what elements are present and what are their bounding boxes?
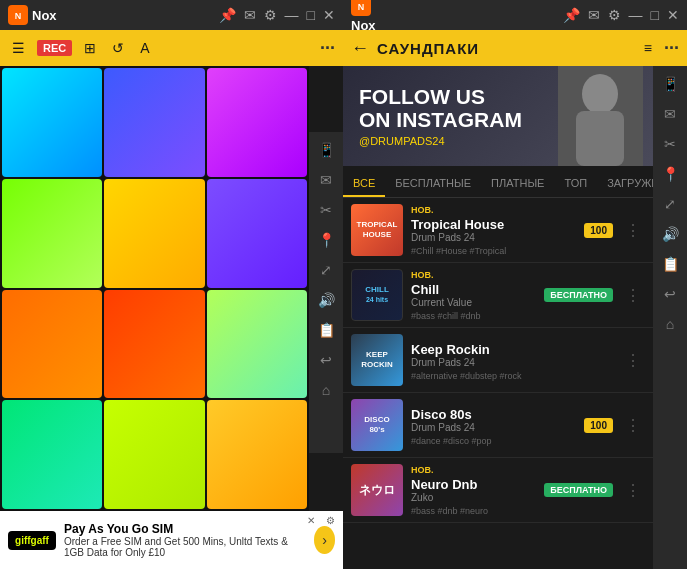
pack-tags-chill: #bass #chill #dnb bbox=[411, 311, 536, 321]
pin-icon[interactable]: 📌 bbox=[219, 7, 236, 23]
home-icon[interactable]: ⌂ bbox=[312, 376, 340, 404]
right-phone-icon[interactable]: 📱 bbox=[656, 70, 684, 98]
mail-sidebar-icon[interactable]: ✉ bbox=[312, 166, 340, 194]
right-titlebar: N Nox 📌 ✉ ⚙ — □ ✕ bbox=[343, 0, 687, 30]
pack-tags-tropical: #Chill #House #Tropical bbox=[411, 246, 576, 256]
notes-icon[interactable]: 📋 bbox=[312, 316, 340, 344]
instagram-line2: ON INSTAGRAM bbox=[359, 108, 522, 131]
svg-point-5 bbox=[582, 74, 618, 114]
right-toolbar: ← САУНДПАКИ ≡ ··· bbox=[343, 30, 687, 66]
svg-text:N: N bbox=[358, 2, 365, 12]
pad-3[interactable] bbox=[207, 68, 307, 177]
grid-icon[interactable]: ⊞ bbox=[80, 38, 100, 58]
menu-icon[interactable]: ☰ bbox=[8, 38, 29, 58]
tab-free[interactable]: БЕСПЛАТНЫЕ bbox=[385, 171, 481, 197]
pad-8[interactable] bbox=[104, 290, 204, 399]
right-menu-icon[interactable]: ≡ bbox=[640, 38, 656, 58]
tab-all[interactable]: ВСЕ bbox=[343, 171, 385, 197]
pad-4[interactable] bbox=[2, 179, 102, 288]
pack-info-keep: Keep Rockin Drum Pads 24 #alternative #d… bbox=[411, 340, 613, 381]
right-close-icon[interactable]: ✕ bbox=[667, 7, 679, 23]
left-titlebar-icons: 📌 ✉ ⚙ — □ ✕ bbox=[219, 7, 335, 23]
ad-arrow-button[interactable]: › bbox=[314, 526, 335, 554]
back-icon[interactable]: ↩ bbox=[312, 346, 340, 374]
pack-item-keep[interactable]: KEEPROCKIN Keep Rockin Drum Pads 24 #alt… bbox=[343, 328, 653, 393]
right-sidebar: 📱 ✉ ✂ 📍 ⤢ 🔊 📋 ↩ ⌂ bbox=[653, 66, 687, 569]
pack-info-tropical: НОВ. Tropical House Drum Pads 24 #Chill … bbox=[411, 205, 576, 256]
pad-9[interactable] bbox=[207, 290, 307, 399]
right-scissors-icon[interactable]: ✂ bbox=[656, 130, 684, 158]
right-home-icon[interactable]: ⌂ bbox=[656, 310, 684, 338]
ad-banner: ✕ ⚙ giffgaff Pay As You Go SIM Order a F… bbox=[0, 511, 343, 569]
pad-12[interactable] bbox=[207, 400, 307, 509]
pack-thumb-tropical: TROPICALHOUSE bbox=[351, 204, 403, 256]
pack-item-disco[interactable]: DISCO80's Disco 80s Drum Pads 24 #dance … bbox=[343, 393, 653, 458]
pad-5[interactable] bbox=[104, 179, 204, 288]
right-back-sidebar-icon[interactable]: ↩ bbox=[656, 280, 684, 308]
right-content: FOLLOW US ON INSTAGRAM @DRUMPADS24 ВСЕ bbox=[343, 66, 653, 569]
minimize-icon[interactable]: — bbox=[285, 7, 299, 23]
left-app-title: Nox bbox=[32, 8, 57, 23]
location-icon[interactable]: 📍 bbox=[312, 226, 340, 254]
pad-10[interactable] bbox=[2, 400, 102, 509]
pack-more-chill[interactable]: ⋮ bbox=[621, 282, 645, 309]
pack-tags-disco: #dance #disco #pop bbox=[411, 436, 576, 446]
right-location-icon[interactable]: 📍 bbox=[656, 160, 684, 188]
pack-badge-neuro: НОВ. bbox=[411, 465, 536, 475]
tab-paid[interactable]: ПЛАТНЫЕ bbox=[481, 171, 554, 197]
right-more-icon[interactable]: ··· bbox=[664, 38, 679, 59]
pack-item-neuro[interactable]: ネウロ НОВ. Neuro Dnb Zuko #bass #dnb #neur… bbox=[343, 458, 653, 523]
volume-icon[interactable]: 🔊 bbox=[312, 286, 340, 314]
pack-author-keep: Drum Pads 24 bbox=[411, 357, 613, 368]
right-volume-icon[interactable]: 🔊 bbox=[656, 220, 684, 248]
pad-6[interactable] bbox=[207, 179, 307, 288]
svg-text:N: N bbox=[15, 11, 22, 21]
instagram-text: FOLLOW US ON INSTAGRAM @DRUMPADS24 bbox=[359, 85, 522, 147]
left-toolbar: ☰ REC ⊞ ↺ A ··· bbox=[0, 30, 343, 66]
right-expand-icon[interactable]: ⤢ bbox=[656, 190, 684, 218]
right-notes-icon[interactable]: 📋 bbox=[656, 250, 684, 278]
pack-more-neuro[interactable]: ⋮ bbox=[621, 477, 645, 504]
close-icon[interactable]: ✕ bbox=[323, 7, 335, 23]
tab-top[interactable]: ТОП bbox=[554, 171, 597, 197]
maximize-icon[interactable]: □ bbox=[307, 7, 315, 23]
pack-more-keep[interactable]: ⋮ bbox=[621, 347, 645, 374]
ad-close-icon[interactable]: ✕ bbox=[307, 515, 315, 526]
pack-more-tropical[interactable]: ⋮ bbox=[621, 217, 645, 244]
pack-more-disco[interactable]: ⋮ bbox=[621, 412, 645, 439]
right-maximize-icon[interactable]: □ bbox=[651, 7, 659, 23]
phone-icon[interactable]: 📱 bbox=[312, 136, 340, 164]
right-mail-icon[interactable]: ✉ bbox=[588, 7, 600, 23]
settings-icon[interactable]: ⚙ bbox=[264, 7, 277, 23]
pack-name-keep: Keep Rockin bbox=[411, 342, 613, 357]
mail-icon[interactable]: ✉ bbox=[244, 7, 256, 23]
right-panel: N Nox 📌 ✉ ⚙ — □ ✕ ← САУНДПАКИ ≡ ··· FOLL… bbox=[343, 0, 687, 569]
pack-name-tropical: Tropical House bbox=[411, 217, 576, 232]
font-icon[interactable]: A bbox=[136, 38, 153, 58]
right-pin-icon[interactable]: 📌 bbox=[563, 7, 580, 23]
pad-2[interactable] bbox=[104, 68, 204, 177]
ad-settings-icon[interactable]: ⚙ bbox=[326, 515, 335, 526]
scissors-icon[interactable]: ✂ bbox=[312, 196, 340, 224]
pack-badge-tropical: НОВ. bbox=[411, 205, 576, 215]
tab-uploaded[interactable]: ЗАГРУЖЕННЫЕ bbox=[597, 171, 653, 197]
instagram-line1: FOLLOW US bbox=[359, 85, 522, 108]
right-mail-sidebar-icon[interactable]: ✉ bbox=[656, 100, 684, 128]
rec-button[interactable]: REC bbox=[37, 40, 72, 56]
pack-thumb-disco: DISCO80's bbox=[351, 399, 403, 451]
pad-7[interactable] bbox=[2, 290, 102, 399]
pack-list: TROPICALHOUSE НОВ. Tropical House Drum P… bbox=[343, 198, 653, 569]
expand-icon[interactable]: ⤢ bbox=[312, 256, 340, 284]
pack-item-chill[interactable]: CHILL24 hits НОВ. Chill Current Value #b… bbox=[343, 263, 653, 328]
right-minimize-icon[interactable]: — bbox=[629, 7, 643, 23]
more-icon[interactable]: ··· bbox=[320, 38, 335, 59]
instagram-banner[interactable]: FOLLOW US ON INSTAGRAM @DRUMPADS24 bbox=[343, 66, 653, 166]
left-titlebar: N Nox 📌 ✉ ⚙ — □ ✕ bbox=[0, 0, 343, 30]
refresh-icon[interactable]: ↺ bbox=[108, 38, 128, 58]
pad-11[interactable] bbox=[104, 400, 204, 509]
instagram-person bbox=[558, 66, 643, 166]
pack-item-tropical[interactable]: TROPICALHOUSE НОВ. Tropical House Drum P… bbox=[343, 198, 653, 263]
pad-1[interactable] bbox=[2, 68, 102, 177]
right-settings-icon[interactable]: ⚙ bbox=[608, 7, 621, 23]
back-button[interactable]: ← bbox=[351, 38, 369, 59]
